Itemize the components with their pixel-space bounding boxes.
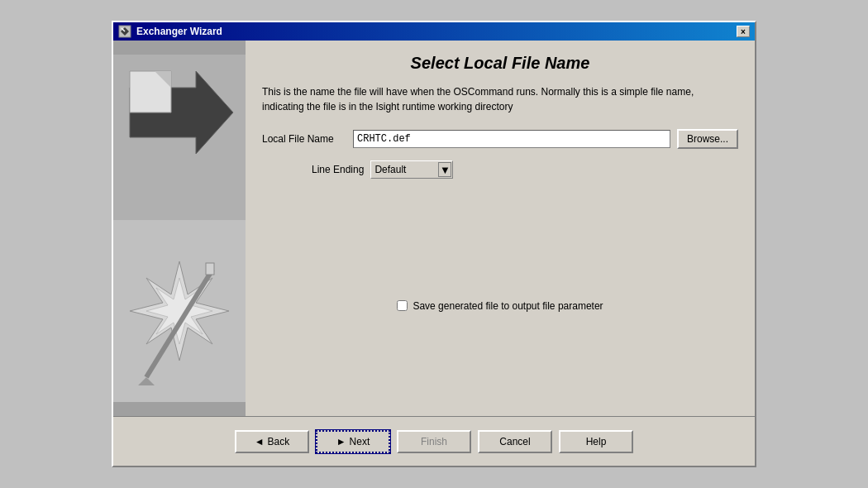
line-ending-select-wrapper: Default Unix Windows Mac ▼	[370, 160, 453, 179]
title-bar-left: Exchanger Wizard	[118, 25, 222, 38]
title-bar: Exchanger Wizard ×	[113, 22, 755, 41]
cancel-button[interactable]: Cancel	[478, 430, 552, 453]
next-button[interactable]: ► Next	[316, 430, 390, 453]
back-label: Back	[268, 436, 290, 447]
local-file-row: Local File Name Browse...	[262, 129, 738, 149]
local-file-label: Local File Name	[262, 133, 353, 145]
line-ending-row: Line Ending Default Unix Windows Mac ▼	[262, 160, 738, 179]
sidebar-graphic	[113, 41, 246, 416]
exchanger-wizard-window: Exchanger Wizard ×	[112, 21, 756, 467]
finish-label: Finish	[421, 436, 447, 447]
help-label: Help	[586, 436, 607, 447]
sidebar	[113, 41, 246, 416]
finish-button[interactable]: Finish	[397, 430, 471, 453]
back-icon: ◄	[255, 436, 265, 447]
window-title: Exchanger Wizard	[136, 26, 222, 37]
description-text: This is the name the file will have when…	[262, 84, 738, 114]
next-label: Next	[350, 436, 370, 447]
line-ending-select[interactable]: Default Unix Windows Mac	[370, 160, 453, 179]
back-button[interactable]: ◄ Back	[235, 430, 309, 453]
save-checkbox[interactable]	[397, 300, 408, 311]
save-checkbox-row: Save generated file to output file param…	[262, 300, 738, 312]
content-area: Select Local File Name This is the name …	[113, 41, 755, 416]
next-icon: ►	[336, 436, 346, 447]
browse-button[interactable]: Browse...	[677, 129, 738, 149]
cancel-label: Cancel	[499, 436, 530, 447]
svg-rect-13	[206, 263, 214, 275]
close-button[interactable]: ×	[737, 26, 750, 37]
page-title: Select Local File Name	[262, 54, 738, 73]
line-ending-label: Line Ending	[312, 164, 364, 175]
button-bar: ◄ Back ► Next Finish Cancel Help	[113, 416, 755, 466]
help-button[interactable]: Help	[559, 430, 633, 453]
main-panel: Select Local File Name This is the name …	[246, 41, 755, 416]
app-icon	[118, 25, 131, 38]
local-file-input[interactable]	[353, 130, 670, 148]
save-checkbox-label: Save generated file to output file param…	[413, 300, 603, 312]
